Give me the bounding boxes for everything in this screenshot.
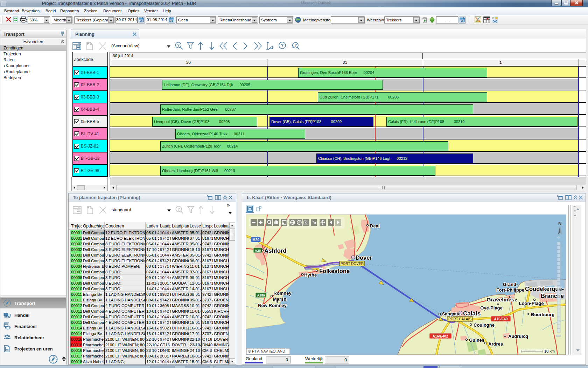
svg-text:A16/E40: A16/E40 [494, 317, 508, 321]
svg-text:M20: M20 [252, 238, 259, 242]
svg-text:Ardres: Ardres [488, 341, 503, 347]
svg-text:T: T [52, 356, 54, 358]
svg-text:N: N [558, 221, 561, 226]
svg-text:© PTV, NAVTEQ, AND: © PTV, NAVTEQ, AND [248, 349, 285, 353]
svg-text:Ashford: Ashford [264, 247, 286, 254]
svg-text:Calais: Calais [463, 310, 481, 317]
svg-text:?: ? [295, 43, 297, 47]
svg-text:A259: A259 [257, 293, 265, 297]
svg-text:A28: A28 [255, 248, 261, 252]
svg-text:Guînes: Guînes [469, 338, 484, 343]
svg-text:Deal: Deal [370, 223, 379, 229]
svg-text:Dover: Dover [356, 254, 372, 261]
svg-text:Loon-Plage: Loon-Plage [519, 301, 544, 306]
svg-text:Hythe: Hythe [304, 272, 317, 278]
svg-text:Marsh: Marsh [273, 297, 286, 302]
svg-text:Fort-Philippe: Fort-Philippe [496, 287, 524, 293]
svg-text:Audruicq: Audruicq [508, 334, 528, 339]
svg-text:PORT DOVER: PORT DOVER [341, 262, 364, 266]
svg-text:26: 26 [140, 19, 142, 22]
svg-text:A16/E402: A16/E402 [433, 334, 448, 338]
svg-text:26: 26 [170, 19, 173, 22]
svg-text:?: ? [177, 207, 180, 211]
svg-text:Folkestone: Folkestone [319, 268, 350, 274]
svg-text:10 km: 10 km [544, 349, 555, 353]
svg-text:Oye-Plage: Oye-Plage [480, 305, 503, 311]
svg-text:PORT CALAIS: PORT CALAIS [448, 317, 471, 321]
svg-text:?: ? [177, 43, 180, 47]
svg-text:Coulogne: Coulogne [474, 322, 495, 328]
svg-text:?: ? [281, 43, 284, 48]
svg-text:Grand-: Grand- [503, 282, 518, 287]
svg-text:Sangatte: Sangatte [442, 312, 461, 316]
svg-text:26: 26 [461, 19, 463, 22]
svg-text:Romney: Romney [273, 291, 292, 296]
svg-text:Gravelines: Gravelines [486, 297, 514, 302]
svg-text:New Romney: New Romney [258, 303, 287, 308]
svg-text:Bourbourg: Bourbourg [531, 312, 554, 317]
